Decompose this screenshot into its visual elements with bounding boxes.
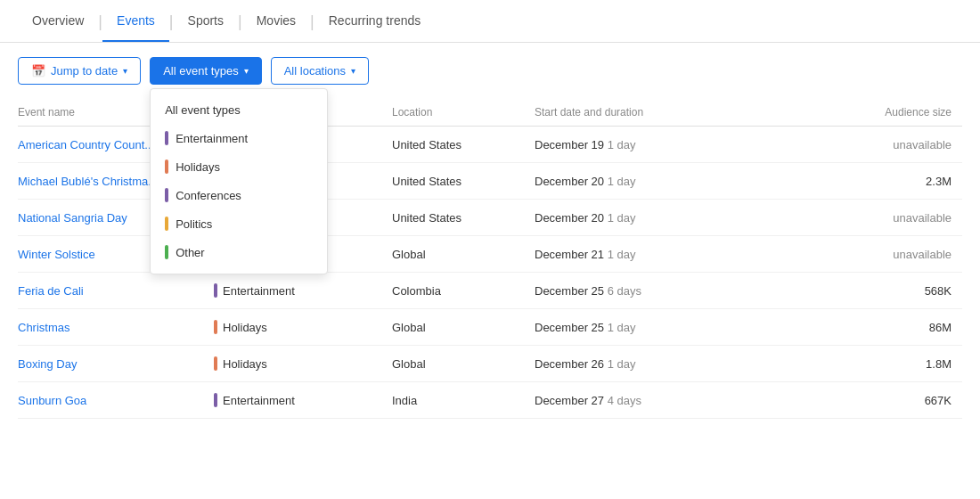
location-cell: United States bbox=[392, 200, 535, 236]
audience-size-cell: unavailable bbox=[748, 200, 962, 236]
start-date-cell: December 25 1 day bbox=[535, 309, 748, 346]
table-row: Boxing DayHolidaysGlobalDecember 26 1 da… bbox=[18, 346, 962, 382]
location-cell: United States bbox=[392, 127, 535, 163]
event-types-label: All event types bbox=[163, 64, 239, 78]
chevron-down-icon: ▾ bbox=[123, 66, 127, 76]
audience-size-cell: 568K bbox=[748, 273, 962, 309]
start-date-cell: December 20 1 day bbox=[535, 200, 748, 236]
tab-sports[interactable]: Sports bbox=[174, 1, 238, 42]
politics-color-dot bbox=[165, 217, 168, 231]
event-name-link[interactable]: Feria de Cali bbox=[18, 284, 84, 298]
col-audience: Audience size bbox=[748, 99, 962, 127]
tab-movies[interactable]: Movies bbox=[242, 1, 310, 42]
location-cell: Global bbox=[392, 346, 535, 382]
col-location: Location bbox=[392, 99, 535, 127]
all-types-label: All event types bbox=[165, 103, 241, 117]
audience-size-cell: 2.3M bbox=[748, 163, 962, 200]
location-cell: Global bbox=[392, 309, 535, 346]
col-start-date: Start date and duration bbox=[535, 99, 748, 127]
start-date-cell: December 27 4 days bbox=[535, 382, 748, 419]
location-cell: Global bbox=[392, 236, 535, 273]
category-label: Holidays bbox=[223, 357, 267, 371]
toolbar: 📅 Jump to date ▾ All event types ▾ All e… bbox=[0, 43, 980, 99]
event-types-dropdown-container: All event types ▾ All event types Entert… bbox=[150, 57, 262, 85]
location-cell: United States bbox=[392, 163, 535, 200]
event-name-link[interactable]: Winter Solstice bbox=[18, 248, 95, 261]
category-color-dot bbox=[214, 320, 217, 334]
event-types-dropdown-menu: All event types Entertainment Holidays C… bbox=[150, 88, 328, 274]
location-cell: Colombia bbox=[392, 273, 535, 309]
event-name-link[interactable]: Sunburn Goa bbox=[18, 394, 86, 407]
table-row: Feria de CaliEntertainmentColombiaDecemb… bbox=[18, 273, 962, 309]
start-date-cell: December 20 1 day bbox=[535, 163, 748, 200]
event-types-button[interactable]: All event types ▾ bbox=[150, 57, 262, 85]
audience-size-cell: unavailable bbox=[748, 236, 962, 273]
event-name-link[interactable]: Boxing Day bbox=[18, 357, 77, 371]
category-color-dot bbox=[214, 283, 217, 298]
all-locations-button[interactable]: All locations ▾ bbox=[271, 57, 369, 85]
events-table-container: Event name Category Location Start date … bbox=[0, 99, 980, 419]
tab-overview[interactable]: Overview bbox=[18, 1, 98, 42]
table-row: Sunburn GoaEntertainmentIndiaDecember 27… bbox=[18, 382, 962, 419]
top-navigation: Overview | Events | Sports | Movies | Re… bbox=[0, 0, 980, 43]
category-color-dot bbox=[214, 393, 217, 407]
category-label: Holidays bbox=[223, 321, 267, 334]
start-date-cell: December 19 1 day bbox=[535, 127, 748, 163]
tab-recurring[interactable]: Recurring trends bbox=[314, 1, 436, 42]
dropdown-item-holidays[interactable]: Holidays bbox=[151, 152, 327, 181]
category-label: Entertainment bbox=[223, 394, 295, 407]
conferences-color-dot bbox=[165, 188, 168, 202]
category-color-dot bbox=[214, 356, 217, 371]
event-name-link[interactable]: Michael Bublé's Christma... bbox=[18, 175, 158, 188]
dropdown-item-politics[interactable]: Politics bbox=[151, 209, 327, 238]
event-name-link[interactable]: National Sangria Day bbox=[18, 211, 127, 225]
dropdown-item-entertainment[interactable]: Entertainment bbox=[151, 124, 327, 152]
audience-size-cell: 667K bbox=[748, 382, 962, 419]
politics-label: Politics bbox=[176, 217, 212, 231]
table-row: ChristmasHolidaysGlobalDecember 25 1 day… bbox=[18, 309, 962, 346]
holidays-label: Holidays bbox=[176, 160, 220, 174]
start-date-cell: December 26 1 day bbox=[535, 346, 748, 382]
audience-size-cell: 1.8M bbox=[748, 346, 962, 382]
calendar-icon: 📅 bbox=[31, 64, 45, 78]
tab-events[interactable]: Events bbox=[102, 1, 169, 42]
audience-size-cell: unavailable bbox=[748, 127, 962, 163]
locations-label: All locations bbox=[284, 64, 346, 78]
start-date-cell: December 25 6 days bbox=[535, 273, 748, 309]
dropdown-item-conferences[interactable]: Conferences bbox=[151, 181, 327, 209]
category-label: Entertainment bbox=[223, 284, 295, 298]
jump-to-date-label: Jump to date bbox=[51, 64, 118, 78]
entertainment-color-dot bbox=[165, 131, 168, 145]
dropdown-item-other[interactable]: Other bbox=[151, 238, 327, 266]
chevron-down-icon-locations: ▾ bbox=[351, 66, 355, 76]
other-label: Other bbox=[176, 246, 205, 259]
entertainment-label: Entertainment bbox=[176, 132, 248, 145]
other-color-dot bbox=[165, 245, 168, 259]
holidays-color-dot bbox=[165, 160, 168, 174]
conferences-label: Conferences bbox=[176, 189, 241, 202]
event-name-link[interactable]: Christmas bbox=[18, 321, 70, 334]
chevron-down-icon-types: ▾ bbox=[244, 66, 249, 76]
dropdown-item-all[interactable]: All event types bbox=[151, 96, 327, 124]
location-cell: India bbox=[392, 382, 535, 419]
start-date-cell: December 21 1 day bbox=[535, 236, 748, 273]
event-name-link[interactable]: American Country Count... bbox=[18, 138, 154, 151]
audience-size-cell: 86M bbox=[748, 309, 962, 346]
jump-to-date-button[interactable]: 📅 Jump to date ▾ bbox=[18, 57, 141, 85]
